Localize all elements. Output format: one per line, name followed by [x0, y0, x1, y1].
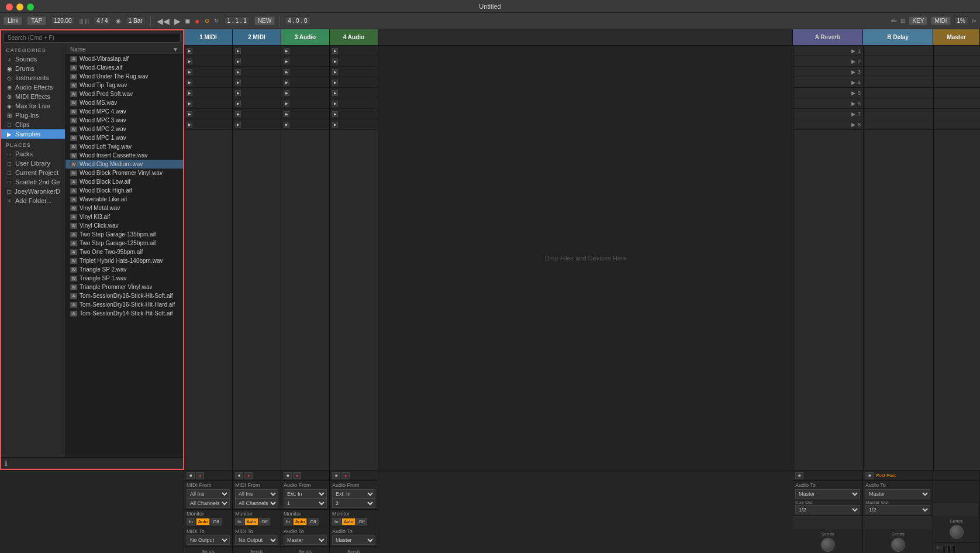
send-knob-a[interactable]	[891, 538, 905, 552]
file-list-item[interactable]: ATom-SessionDry16-Stick-Hit-Soft.aif	[65, 291, 183, 300]
scene-launch[interactable]: ▶	[851, 80, 855, 85]
arm-record-btn[interactable]: ●	[341, 472, 350, 479]
file-list-item[interactable]: WTriangle SP 2.wav	[65, 265, 183, 274]
clip-slot[interactable]: ▶	[330, 109, 378, 119]
nav-item-joey[interactable]: □ JoeyWaronkerD	[1, 187, 65, 196]
link-button[interactable]: Link	[4, 16, 22, 25]
nav-item-packs[interactable]: □ Packs	[1, 149, 65, 159]
clip-slot[interactable]: ▶	[233, 119, 281, 130]
file-list-item[interactable]: AWood Block High.aif	[65, 186, 183, 195]
midi-to-select[interactable]: No Output	[235, 535, 278, 545]
play-button[interactable]: ▶	[173, 16, 182, 26]
clip-launch-btn[interactable]: ▶	[187, 59, 192, 64]
nav-item-max-for-live[interactable]: ◈ Max for Live	[1, 101, 65, 111]
maximize-button[interactable]	[27, 4, 34, 11]
tap-button[interactable]: TAP	[27, 16, 46, 25]
nav-item-current-project[interactable]: □ Current Project	[1, 168, 65, 177]
clip-slot[interactable]: ▶	[281, 56, 329, 67]
audio-chan-select[interactable]: 2	[332, 499, 375, 508]
stop-button[interactable]: ■	[184, 16, 191, 26]
close-button[interactable]	[6, 4, 13, 11]
bar-length[interactable]: 1 Bar	[126, 16, 146, 25]
audio-to-select[interactable]: Master	[865, 489, 930, 499]
clip-slot[interactable]: ▶	[233, 98, 281, 109]
time-sig[interactable]: 4 / 4	[94, 16, 111, 25]
clip-slot[interactable]: ▶	[281, 88, 329, 98]
file-list-item[interactable]: WVinyl Metal.wav	[65, 204, 183, 212]
nav-item-samples[interactable]: ▶ Samples	[1, 129, 65, 139]
stop-clip-btn[interactable]: ■	[284, 472, 292, 479]
post-btn[interactable]: Post	[876, 473, 885, 478]
file-list-item[interactable]: WWood MS.wav	[65, 98, 183, 107]
midi-button[interactable]: MIDI	[931, 16, 950, 25]
track-header-reverb[interactable]: A Reverb	[793, 29, 863, 45]
nav-item-midi-effects[interactable]: ⊕ MIDI Effects	[1, 92, 65, 101]
audio-to-select[interactable]: Master	[284, 535, 327, 545]
file-list-item[interactable]: WWood MPC 3.wav	[65, 116, 183, 125]
scene-launch[interactable]: ▶	[851, 111, 855, 117]
nav-item-audio-effects[interactable]: ⊕ Audio Effects	[1, 83, 65, 92]
scene-launch[interactable]: ▶	[851, 122, 855, 128]
monitor-off-btn[interactable]: Off	[356, 518, 367, 525]
new-button[interactable]: NEW	[254, 16, 275, 25]
fader-track[interactable]	[943, 545, 946, 553]
track-header-midi2[interactable]: 2 MIDI	[233, 29, 281, 45]
monitor-in-btn[interactable]: In	[235, 518, 244, 525]
clip-slot[interactable]: ▶	[184, 46, 232, 56]
stop-clip-btn[interactable]: ■	[332, 472, 340, 479]
clip-launch-btn[interactable]: ▶	[187, 101, 192, 107]
clip-slot[interactable]: ▶	[184, 109, 232, 119]
clip-slot[interactable]: ▶	[330, 77, 378, 88]
clip-slot[interactable]: ▶	[233, 46, 281, 56]
clip-launch-btn[interactable]: ▶	[187, 48, 192, 54]
monitor-auto-btn[interactable]: Auto	[341, 518, 356, 525]
midi-to-select[interactable]: No Output	[187, 535, 230, 545]
file-list-item[interactable]: ATwo Step Garage-125bpm.aif	[65, 239, 183, 248]
file-list-item[interactable]: WWood MPC 2.wav	[65, 125, 183, 133]
arm-record-btn[interactable]: ●	[293, 472, 301, 479]
clip-slot[interactable]: ▶	[330, 98, 378, 109]
clip-slot[interactable]: ▶	[233, 56, 281, 67]
file-list-item[interactable]: WWood Tip Tag.wav	[65, 81, 183, 90]
file-list-item[interactable]: AWood Block Low.aif	[65, 177, 183, 186]
stop-clip-btn[interactable]: ■	[235, 472, 243, 479]
midi-chan-select[interactable]: All Channels	[235, 499, 278, 508]
file-list-item[interactable]: AWood-Vibraslap.aif	[65, 54, 183, 63]
clip-slot[interactable]: ▶	[184, 67, 232, 77]
file-list-item[interactable]: AWavetable Like.aif	[65, 195, 183, 204]
clip-slot[interactable]: ▶	[184, 119, 232, 130]
clip-launch-btn[interactable]: ▶	[235, 69, 241, 75]
arm-record-btn[interactable]: ●	[244, 472, 253, 479]
audio-from-select[interactable]: Ext. In	[332, 489, 375, 499]
scene-launch[interactable]: ▶	[851, 69, 855, 75]
clip-launch-btn[interactable]: ▶	[332, 48, 338, 54]
clip-slot[interactable]: ▶	[233, 109, 281, 119]
search-input[interactable]	[4, 33, 181, 43]
clip-launch-btn[interactable]: ▶	[284, 101, 289, 107]
clip-launch-btn[interactable]: ▶	[235, 59, 241, 64]
track-header-audio3[interactable]: 3 Audio	[281, 29, 330, 45]
audio-to-select[interactable]: Master	[795, 489, 860, 499]
clip-launch-btn[interactable]: ▶	[332, 111, 338, 117]
clip-slot[interactable]: ▶	[281, 67, 329, 77]
file-list-item[interactable]: ATom-SessionDry14-Stick-Hit-Soft.aif	[65, 309, 183, 318]
stop-clip-btn[interactable]: ■	[795, 472, 803, 479]
audio-chan-select[interactable]: 1	[284, 499, 327, 508]
clip-launch-btn[interactable]: ▶	[284, 111, 289, 117]
clip-slot[interactable]: ▶	[281, 98, 329, 109]
clip-launch-btn[interactable]: ▶	[284, 80, 289, 85]
clip-slot[interactable]: ▶	[330, 88, 378, 98]
scene-launch[interactable]: ▶	[851, 90, 855, 96]
file-list-item[interactable]: ATwo One Two-95bpm.aif	[65, 248, 183, 256]
file-list-item[interactable]: WTriangle Prommer Vinyl.wav	[65, 283, 183, 291]
clip-launch-btn[interactable]: ▶	[235, 80, 241, 85]
monitor-in-btn[interactable]: In	[332, 518, 341, 525]
clip-launch-btn[interactable]: ▶	[235, 101, 241, 107]
nav-item-drums[interactable]: ◉ Drums	[1, 64, 65, 73]
midi-chan-select[interactable]: All Channels	[187, 499, 230, 508]
clip-launch-btn[interactable]: ▶	[284, 59, 289, 64]
position-display[interactable]: 1 . 1 . 1	[225, 16, 250, 25]
session-record-button[interactable]: ⊙	[203, 18, 211, 24]
clip-slot[interactable]: ▶	[233, 88, 281, 98]
clip-slot[interactable]: ▶	[281, 119, 329, 130]
